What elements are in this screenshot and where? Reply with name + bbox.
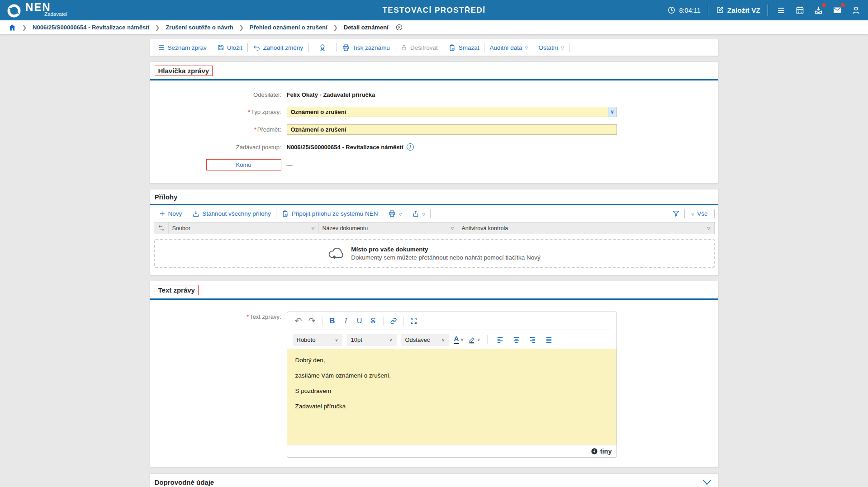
accompanying-data-section: Doprovodné údaje	[150, 473, 719, 487]
breadcrumb-cancellation[interactable]: Zrušení soutěže o návrh	[166, 24, 233, 31]
signature-seal-button[interactable]	[308, 43, 337, 52]
message-list-button[interactable]: Seznam zpráv	[153, 44, 212, 51]
dropdown-caret-icon: ▽	[525, 46, 528, 50]
tiny-brand-link[interactable]: tiny	[600, 448, 612, 455]
close-icon	[395, 24, 403, 31]
audit-data-menu[interactable]: Auditní data ▽	[484, 44, 533, 51]
section-title-accompanying-data: Doprovodné údaje	[155, 478, 214, 486]
fullscreen-button[interactable]	[408, 315, 420, 327]
downloads-button[interactable]	[813, 5, 824, 16]
column-header-document-name[interactable]: Název dokumentu ▽	[319, 222, 458, 234]
home-icon[interactable]	[8, 24, 16, 32]
column-filter-icon[interactable]: ▽	[312, 226, 315, 231]
close-tab-button[interactable]	[395, 24, 403, 31]
align-right-button[interactable]	[527, 334, 539, 345]
save-icon	[217, 44, 224, 51]
delete-button[interactable]: Smazat	[443, 44, 484, 52]
chevron-down-icon: ∨	[460, 337, 464, 342]
separator	[708, 5, 708, 16]
column-filter-icon[interactable]: ▽	[451, 226, 454, 231]
filter-funnel-icon[interactable]	[672, 210, 680, 217]
column-header-file[interactable]: Soubor ▽	[169, 222, 319, 234]
list-icon	[158, 44, 165, 51]
breadcrumb-overview[interactable]: Přehled oznámení o zrušení	[250, 24, 327, 31]
dropdown-caret-icon: ▽	[561, 46, 564, 50]
redo-button[interactable]: ↷	[306, 315, 318, 327]
menu-button[interactable]	[775, 5, 787, 16]
dropzone-title: Místo pro vaše dokumenty	[351, 246, 541, 253]
other-menu[interactable]: Ostatní ▽	[533, 44, 569, 51]
fullscreen-icon	[410, 317, 417, 325]
download-all-attachments-button[interactable]: Stáhnout všechny přílohy	[187, 210, 276, 217]
chevron-down-icon: ∨	[441, 337, 445, 342]
envelope-icon	[832, 5, 842, 15]
calendar-button[interactable]	[794, 5, 806, 16]
editor-paragraph: S pozdravem	[295, 388, 608, 394]
align-center-button[interactable]	[511, 334, 522, 345]
separator	[714, 209, 715, 218]
link-button[interactable]	[388, 315, 399, 327]
decrypt-button: Dešifrovat	[395, 44, 443, 51]
profile-button[interactable]	[850, 5, 862, 16]
breadcrumb: ❯ N006/25/S00000654 - Revitalizace náměs…	[0, 20, 868, 34]
swap-columns-icon	[158, 225, 165, 232]
dropzone-hint: Dokumenty sem můžete přetáhnout nebo nah…	[351, 254, 541, 261]
chevron-down-icon: ∨	[389, 337, 392, 342]
print-record-button[interactable]: Tisk záznamu	[337, 44, 395, 52]
dropdown-caret-icon: ▽	[398, 212, 402, 217]
chevron-down-icon[interactable]	[702, 479, 712, 486]
message-text-label: *Text zprávy:	[150, 312, 287, 458]
printer-icon	[342, 44, 350, 52]
file-dropzone[interactable]: Místo pro vaše dokumenty Dokumenty sem m…	[154, 239, 715, 268]
column-header-antivirus[interactable]: Antivirová kontrola ▽	[458, 222, 714, 234]
procedure-label: Zadávací postup:	[150, 144, 287, 151]
message-type-row: *Typ zprávy: Oznámení o zrušení ∨	[150, 107, 718, 117]
chevron-right-icon: ❯	[22, 24, 27, 31]
message-type-dropdown[interactable]: Oznámení o zrušení ∨	[287, 107, 617, 117]
font-family-select[interactable]: Roboto∨	[293, 334, 342, 346]
sender-row: Odesilatel: Felix Okátý - Zadavatel přír…	[150, 90, 718, 99]
undo-button[interactable]: ↶	[293, 315, 304, 327]
text-color-button[interactable]: A ∨	[454, 335, 464, 344]
font-size-select[interactable]: 10pt∨	[347, 334, 397, 346]
accompanying-data-header[interactable]: Doprovodné údaje	[150, 474, 718, 487]
tiny-logo-icon	[591, 448, 598, 455]
message-header-section: Hlavička zprávy Odesilatel: Felix Okátý …	[150, 61, 719, 184]
export-attachments-menu[interactable]: ▽	[407, 210, 430, 217]
chevron-right-icon: ❯	[333, 24, 338, 31]
breadcrumb-procedure[interactable]: N006/25/S00000654 - Revitalizace náměstí	[33, 24, 149, 31]
subject-label: *Předmět:	[150, 126, 287, 133]
block-format-select[interactable]: Odstavec∨	[401, 334, 449, 346]
messages-button[interactable]	[831, 5, 843, 16]
save-button[interactable]: Uložit	[212, 44, 247, 51]
info-icon[interactable]: i	[407, 143, 414, 151]
align-left-button[interactable]	[494, 334, 506, 345]
delete-record-icon	[448, 44, 456, 52]
strikethrough-button[interactable]: S	[367, 315, 379, 327]
section-title-message-text: Text zprávy	[155, 285, 199, 295]
discard-changes-button[interactable]: Zahodit změny	[248, 44, 308, 52]
chevron-down-icon[interactable]: ∨	[608, 107, 617, 117]
italic-button[interactable]: I	[340, 315, 352, 327]
nen-logo[interactable]: NEN Zadavatel	[6, 2, 67, 19]
align-justify-button[interactable]	[543, 334, 555, 345]
filter-all-menu[interactable]: ▽ Vše	[689, 210, 709, 217]
time-value: 8:04:11	[679, 7, 700, 14]
attach-from-nen-button[interactable]: Připojit přílohu ze systému NEN	[276, 210, 383, 217]
new-attachment-button[interactable]: Nový	[154, 210, 187, 217]
underline-button[interactable]: U	[354, 315, 365, 327]
hamburger-icon	[776, 6, 786, 15]
bold-button[interactable]: B	[327, 315, 338, 327]
create-vz-button[interactable]: Založit VZ	[716, 6, 760, 14]
print-attachments-menu[interactable]: ▽	[383, 210, 407, 217]
notification-badge	[822, 3, 826, 7]
highlight-color-button[interactable]: ∨	[468, 336, 480, 344]
subject-input[interactable]: Oznámení o zrušení	[287, 124, 617, 135]
recipient-label: Komu	[206, 159, 281, 170]
chevron-down-icon: ∨	[477, 337, 480, 342]
attachments-toolbar: Nový Stáhnout všechny přílohy Připojit p…	[150, 205, 718, 222]
column-filter-icon[interactable]: ▽	[707, 226, 711, 231]
editor-content-area[interactable]: Dobrý den, zasíláme Vám oznámení o zruše…	[287, 349, 617, 445]
chevron-right-icon: ❯	[155, 24, 160, 31]
column-settings-button[interactable]	[154, 222, 169, 234]
